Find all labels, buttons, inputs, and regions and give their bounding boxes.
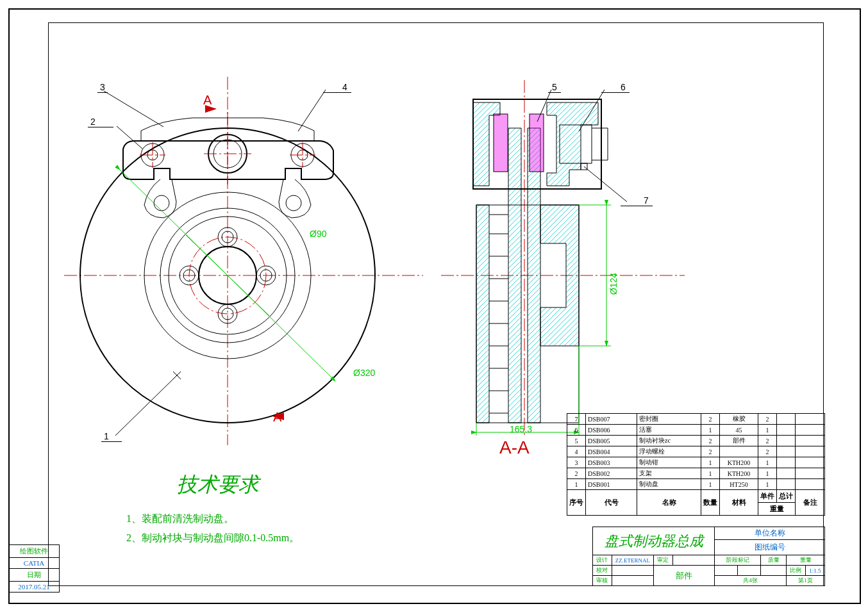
date-label: 日期 [8, 569, 60, 582]
bom-cell-code: DSB003 [586, 457, 637, 468]
bom-cell-seq: 4 [567, 446, 586, 457]
bom-cell-qty: 1 [701, 425, 720, 436]
tb-scale-val: 1:1.5 [805, 566, 824, 576]
bom-cell-code: DSB004 [586, 446, 637, 457]
section-mark-a2: A [273, 410, 281, 425]
bom-cell-name: 制动钳 [637, 457, 701, 468]
bom-cell-mat: KTH200 [720, 457, 758, 468]
drawing-no: 图纸编号 [755, 543, 785, 552]
dim-d90: Ø90 [310, 229, 326, 239]
bom-cell-mat: 橡胶 [720, 414, 758, 425]
req-line-1: 1、装配前清洗制动盘。 [126, 512, 234, 526]
bom-hdr-name: 名称 [637, 490, 701, 516]
balloon-2: 2 [88, 117, 113, 127]
bom-cell-qty: 2 [701, 446, 720, 457]
svg-point-28 [154, 195, 169, 211]
balloon-3: 3 [97, 82, 108, 93]
requirements-title: 技术要求 [177, 471, 259, 499]
bom-cell-qty: 1 [701, 457, 720, 468]
bom-cell-seq: 1 [567, 479, 586, 490]
svg-line-39 [298, 90, 326, 131]
drawing-title: 盘式制动器总成 [605, 533, 703, 549]
bom-cell-seq: 6 [567, 425, 586, 436]
title-block: 盘式制动器总成 单位名称 图纸编号 设计 ZZ.ETERNAL 审定 阶段标记 … [592, 527, 825, 586]
bom-hdr-wg: 重量 [758, 503, 796, 516]
tb-scale: 比例 [787, 566, 806, 576]
tb-page: 第1页 [787, 576, 825, 586]
svg-line-37 [117, 126, 142, 149]
bom-cell-qty: 2 [701, 436, 720, 446]
req-line-2: 2、制动衬块与制动盘间隙0.1-0.5mm。 [126, 532, 299, 545]
bom-cell-w2 [777, 457, 796, 468]
section-mark-a1: A [203, 93, 212, 108]
tb-stage: 阶段标记 [715, 555, 761, 566]
balloon-5: 5 [548, 82, 561, 93]
bom-cell-name: 支架 [637, 468, 701, 479]
svg-line-36 [115, 375, 177, 436]
bom-cell-w1: 2 [758, 436, 777, 446]
bom-cell-w2 [777, 436, 796, 446]
tb-check: 校对 [593, 566, 612, 576]
bom-cell-code: DSB001 [586, 479, 637, 490]
bom-cell-qty: 1 [701, 468, 720, 479]
section-view [441, 64, 685, 442]
dim-d124: Ø124 [608, 273, 619, 295]
balloon-1: 1 [101, 431, 122, 442]
bom-cell-w2 [777, 479, 796, 490]
bom-cell-note [796, 457, 825, 468]
dim-w165: 165.3 [510, 424, 532, 434]
bom-cell-w1: 2 [758, 414, 777, 425]
bom-cell-seq: 5 [567, 436, 586, 446]
bom-cell-w1: 1 [758, 425, 777, 436]
unit-name: 单位名称 [755, 528, 785, 537]
bom-hdr-mat: 材料 [720, 490, 758, 516]
bom-cell-qty: 2 [701, 414, 720, 425]
bom-cell-code: DSB005 [586, 436, 637, 446]
section-title: A-A [499, 437, 530, 458]
bom-cell-code: DSB006 [586, 425, 637, 436]
tb-mass: 质量 [761, 555, 787, 566]
bom-cell-w2 [777, 468, 796, 479]
bom-cell-seq: 2 [567, 468, 586, 479]
sidebar-info: 绘图软件 CATIA 日期 2017.05.21 [8, 544, 60, 593]
balloon-6: 6 [601, 82, 630, 93]
bom-cell-seq: 3 [567, 457, 586, 468]
bom-cell-mat [720, 446, 758, 457]
bom-hdr-code: 代号 [586, 490, 637, 516]
bom-cell-name: 活塞 [637, 425, 701, 436]
bom-cell-name: 浮动螺栓 [637, 446, 701, 457]
bom-cell-seq: 7 [567, 414, 586, 425]
bom-hdr-seq: 序号 [567, 490, 586, 516]
svg-rect-55 [530, 114, 544, 172]
bom-hdr-w2: 总计 [777, 490, 796, 503]
tb-part: 部件 [653, 566, 714, 586]
bom-cell-code: DSB002 [586, 468, 637, 479]
bom-cell-name: 制动盘 [637, 479, 701, 490]
bom-hdr-qty: 数量 [701, 490, 720, 516]
bom-cell-mat: HT250 [720, 479, 758, 490]
bom-cell-mat: KTH200 [720, 468, 758, 479]
bom-cell-w1: 1 [758, 479, 777, 490]
bom-hdr-note: 备注 [796, 490, 825, 516]
bom-cell-w1: 1 [758, 457, 777, 468]
front-view [64, 51, 423, 448]
bom-cell-w1: 1 [758, 468, 777, 479]
bom-cell-code: DSB007 [586, 414, 637, 425]
tb-weight: 重量 [787, 555, 825, 566]
bom-cell-note [796, 436, 825, 446]
bom-cell-w2 [777, 446, 796, 457]
balloon-4: 4 [323, 82, 351, 93]
balloon-7: 7 [621, 195, 653, 206]
svg-rect-54 [494, 114, 508, 172]
tb-approve: 审核 [593, 576, 612, 586]
date-value: 2017.05.21 [8, 582, 60, 593]
bom-cell-w1: 2 [758, 446, 777, 457]
tb-sheets: 共4张 [715, 576, 787, 586]
bom-cell-note [796, 479, 825, 490]
bom-cell-w2 [777, 425, 796, 436]
bom-cell-note [796, 425, 825, 436]
bom-cell-note [796, 414, 825, 425]
bom-cell-w2 [777, 414, 796, 425]
bom-cell-qty: 1 [701, 479, 720, 490]
bom-cell-note [796, 446, 825, 457]
